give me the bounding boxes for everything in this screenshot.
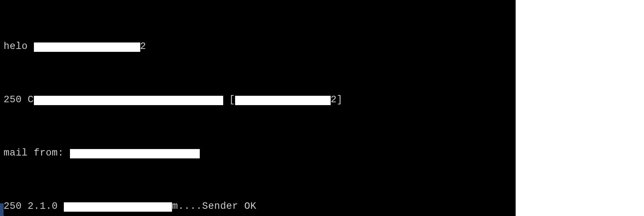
terminal-line: 250 C [ 2] bbox=[4, 93, 516, 107]
line-text: 250 2.1.0 bbox=[4, 200, 64, 213]
line-text: 2] bbox=[331, 93, 343, 107]
line-text: helo bbox=[4, 40, 34, 53]
redaction-block bbox=[34, 96, 223, 105]
redaction-block bbox=[235, 96, 331, 105]
line-text: 250 C bbox=[4, 93, 34, 107]
line-text: m....Sender OK bbox=[172, 200, 256, 213]
redaction-block bbox=[70, 149, 200, 158]
terminal-line: 250 2.1.0 m....Sender OK bbox=[4, 200, 516, 213]
line-text: [ bbox=[223, 93, 235, 107]
terminal-line: helo 2 bbox=[4, 40, 516, 53]
line-text: 2 bbox=[140, 40, 146, 53]
redaction-block bbox=[64, 202, 172, 212]
terminal-window[interactable]: helo 2 250 C [ 2] mail from: 250 2.1.0 m… bbox=[0, 0, 516, 216]
redaction-block bbox=[34, 42, 140, 52]
terminal-line: mail from: bbox=[4, 147, 516, 160]
window-edge-accent bbox=[0, 203, 4, 216]
line-text: mail from: bbox=[4, 147, 70, 160]
